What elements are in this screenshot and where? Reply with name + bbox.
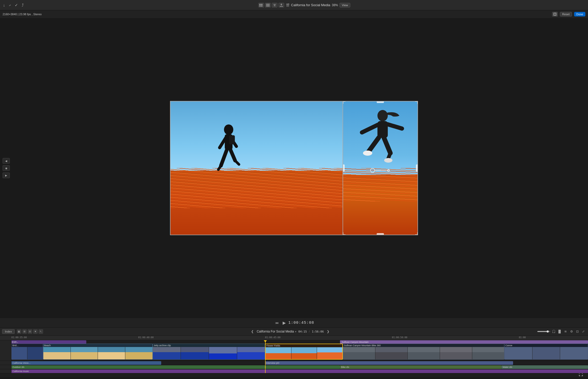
svg-rect-4 (266, 4, 270, 4)
clip-options-btn[interactable]: ⊟ (28, 329, 32, 334)
share-icon-btn[interactable] (278, 3, 284, 7)
reset-button[interactable]: Reset (560, 12, 572, 17)
audio-music-clip[interactable]: California music (11, 369, 588, 373)
settings-btn[interactable]: ⚙ (569, 329, 574, 334)
project-title: California for Social Media (291, 3, 330, 7)
check-icon[interactable]: ✓ (15, 3, 18, 7)
tracks-container: EXP... Sullivan Canyon Mountain Brid... (0, 340, 588, 377)
clip-brid[interactable]: Brid... (11, 344, 43, 360)
audio-track-2: Outdoor sfx Bike sfx Water sfx (0, 365, 588, 369)
expand-btn[interactable]: ⤢ (581, 329, 586, 334)
prev-frame-btn[interactable]: ◀ (3, 158, 10, 164)
timeline-toolbar-right: 🎧 ▐▌ ≋ ⚙ ⊡ ⤢ (537, 329, 586, 334)
export-icon[interactable]: ⤴ (22, 3, 24, 7)
timeline-toolbar-left: Index ▦ ⊞ ⊟ ▼ ↖ (2, 329, 43, 334)
go-to-start-btn[interactable]: ⏮ (274, 320, 280, 325)
index-button[interactable]: Index (2, 329, 15, 334)
svg-line-24 (387, 124, 402, 129)
preview-top-bar: 2160×3840 | 23.98 fps , Stereo Reset Don… (0, 10, 588, 18)
clip-beach-label: Beach (43, 344, 152, 347)
timeline-toolbar-center: ❮ California For Social Media ▾ 04:15 / … (45, 330, 535, 333)
audio-label: Stereo (33, 13, 42, 16)
list-view-btn[interactable] (265, 3, 271, 7)
clip-canoe[interactable]: Canoe (504, 344, 588, 360)
toolbar-center: 🎬 California for Social Media 38% View (24, 3, 585, 7)
playhead-audio3 (265, 369, 266, 373)
transform-control[interactable] (370, 168, 391, 173)
top-toolbar: ↓ ⌿ ✓ ⤴ 🎬 California for Social Media 38… (0, 0, 588, 10)
main-track-label (0, 340, 11, 361)
video-panel-right (343, 101, 417, 235)
timeline-timecode-in: 04:15 (298, 330, 307, 333)
nav-prev-btn[interactable]: ❮ (250, 330, 255, 333)
video-preview-panels (170, 101, 418, 235)
timeline-scrollbar[interactable] (0, 377, 588, 379)
timeline-project-name: California For Social Media (257, 330, 294, 333)
svg-line-23 (362, 125, 378, 132)
preview-info: 2160×3840 | 23.98 fps , Stereo (3, 13, 42, 16)
resolution-label: 2160×3840 (3, 13, 17, 16)
clip-canoe-label: Canoe (505, 344, 588, 347)
svg-rect-5 (266, 5, 270, 5)
ruler-mark-3: 01:00:50:00 (392, 336, 407, 339)
crop-icon-btn[interactable] (552, 12, 558, 17)
svg-line-17 (230, 150, 235, 161)
playhead-main (265, 340, 266, 361)
clip-thumbnail-btn[interactable]: ▦ (17, 329, 21, 334)
svg-line-19 (235, 161, 239, 164)
audio-interview-clip[interactable]: Interview pt3 (265, 361, 513, 365)
view-button[interactable]: View (339, 3, 350, 7)
audio-track-1: California Voice... Interview pt3 (0, 361, 588, 365)
key-icon[interactable]: ⌿ (9, 3, 11, 7)
headphone-icon-btn[interactable]: 🎧 (551, 329, 556, 334)
svg-rect-0 (259, 4, 261, 5)
clip-beach[interactable]: Beach (43, 344, 153, 360)
svg-point-32 (388, 169, 390, 171)
svg-rect-6 (266, 6, 270, 6)
download-icon[interactable]: ↓ (3, 3, 5, 7)
timeline-content: 01:00:35:00 01:00:40:00 01:00:45:00 01:0… (0, 336, 588, 377)
ruler-mark-0: 01:00:35:00 (11, 336, 27, 339)
grid-view-btn[interactable] (258, 3, 264, 7)
eye-icon-btn[interactable]: ◉ (3, 165, 10, 171)
audio-meter-btn[interactable]: ▐▌ (557, 329, 562, 334)
clip-zoom-btn[interactable]: ⊞ (22, 329, 27, 334)
playhead-audio2 (265, 365, 266, 369)
outdoor-clip-label: Outdoor sfx (12, 366, 25, 368)
play-pause-btn[interactable]: ▶ (281, 320, 287, 325)
svg-rect-8 (274, 5, 275, 5)
clip-sullivan-label: Sullivan Canyon Mountain Bike 360 (343, 344, 504, 347)
audio-track-2-clips: Outdoor sfx Bike sfx Water sfx (11, 365, 588, 369)
interview-clip-label: Interview pt3 (266, 362, 279, 364)
clip-more-btn[interactable]: ▼ (33, 329, 38, 334)
clip-sullivan[interactable]: Sullivan Canyon Mountain Bike 360 (343, 344, 504, 360)
clip-jetty[interactable]: Jetty archive clip (153, 344, 265, 360)
audio-bike-clip[interactable]: Bike sfx (340, 365, 501, 369)
audio-track-3: California music (0, 369, 588, 373)
clip-flower-fields[interactable]: Flower Fields (265, 344, 343, 360)
audio-water-clip[interactable]: Water sfx (501, 365, 588, 369)
audio-outdoor-clip[interactable]: Outdoor sfx (11, 365, 340, 369)
svg-rect-11 (554, 13, 556, 15)
waveform-btn[interactable]: ≋ (563, 329, 568, 334)
nav-next-btn[interactable]: ❯ (326, 330, 330, 333)
next-frame-btn[interactable]: ▶ (3, 172, 10, 178)
timeline-dropdown-arrow[interactable]: ▾ (295, 330, 296, 333)
svg-line-26 (384, 138, 390, 153)
svg-point-12 (224, 124, 233, 135)
split-btn[interactable]: ⊡ (575, 329, 580, 334)
svg-line-25 (368, 138, 379, 152)
fps-label: 23.98 fps (19, 13, 31, 16)
purple-bar-exp (11, 340, 86, 344)
arrow-tool-btn[interactable]: ↖ (38, 329, 43, 334)
audio-voice-clip[interactable]: California Voice... (11, 361, 161, 365)
adjust-icon-btn[interactable] (272, 3, 277, 7)
ruler-mark-1: 01:00:40:00 (138, 336, 154, 339)
toolbar-left: ↓ ⌿ ✓ ⤴ (3, 3, 24, 7)
timeline-icon-group: ▦ ⊞ ⊟ ▼ ↖ (17, 329, 43, 334)
project-title-area: 🎬 California for Social Media (286, 3, 330, 7)
done-button[interactable]: Done (574, 12, 585, 17)
view-toggle-group (258, 3, 284, 7)
audio-track-1-clips: California Voice... Interview pt3 (11, 361, 588, 365)
volume-slider[interactable] (537, 331, 550, 332)
